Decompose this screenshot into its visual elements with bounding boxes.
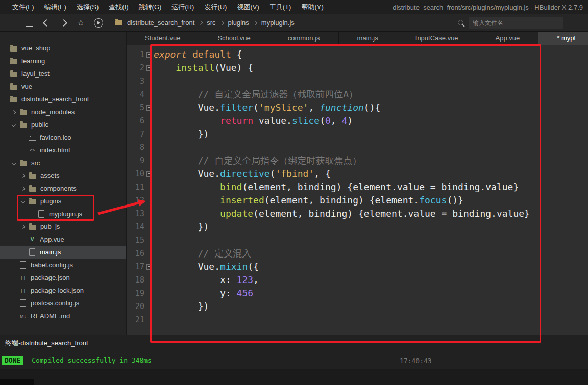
code-line: 11 bind(element, binding) {element.value… xyxy=(127,181,588,194)
tree-item-babel.config.js[interactable]: babel.config.js xyxy=(0,259,126,271)
toolbar: distribute_search_frontsrcpluginsmyplugi… xyxy=(0,14,588,32)
back-button[interactable] xyxy=(38,14,55,31)
folder-icon xyxy=(28,224,37,230)
tree-item-index.html[interactable]: <>index.html xyxy=(0,144,126,157)
save-button[interactable] xyxy=(20,14,38,31)
star-button[interactable] xyxy=(72,14,90,31)
menu-item-0[interactable]: 文件(F) xyxy=(7,0,39,14)
line-number: 6 xyxy=(127,114,144,127)
tree-item-assets[interactable]: assets xyxy=(0,169,126,182)
line-number: 1 xyxy=(127,48,144,61)
breadcrumb-item-0[interactable]: distribute_search_front xyxy=(127,19,194,27)
tree-item-plugins[interactable]: plugins xyxy=(0,195,126,208)
line-number: 3 xyxy=(127,74,144,88)
chevron-right-icon xyxy=(253,20,257,24)
fold-toggle-icon[interactable] xyxy=(146,52,152,58)
json-icon: [ ] xyxy=(18,275,28,280)
menu-item-7[interactable]: 视图(V) xyxy=(232,0,264,14)
chevron-down-icon[interactable] xyxy=(21,199,25,203)
tab-mypl[interactable]: * mypl xyxy=(538,32,588,45)
code-line: 16 // 定义混入 xyxy=(127,247,588,260)
console-message: Compiled successfully in 348ms xyxy=(32,356,152,364)
status-badge: DONE xyxy=(2,356,23,365)
tree-item-node_modules[interactable]: node_modules xyxy=(0,106,126,118)
chevron-right-icon[interactable] xyxy=(21,186,25,190)
tree-item-components[interactable]: components xyxy=(0,182,126,195)
menu-item-2[interactable]: 选择(S) xyxy=(71,0,104,14)
tab-bar: Student.vueSchool.vuecommon.jsmain.jsInp… xyxy=(127,32,588,45)
menu-item-9[interactable]: 帮助(Y) xyxy=(296,0,328,14)
chevron-down-icon[interactable] xyxy=(12,161,16,165)
menu-item-3[interactable]: 查找(I) xyxy=(104,0,133,14)
chevron-right-icon[interactable] xyxy=(21,173,25,177)
tree-item-layui_test[interactable]: layui_test xyxy=(0,67,126,80)
breadcrumb-item-3[interactable]: myplugin.js xyxy=(261,19,295,27)
menu-item-4[interactable]: 跳转(G) xyxy=(134,0,167,14)
js-icon xyxy=(37,210,46,218)
folder-icon xyxy=(19,109,28,115)
code-line: 12 inserted(element, binding) {element.f… xyxy=(127,194,588,207)
js-icon xyxy=(18,261,28,269)
breadcrumb-item-2[interactable]: plugins xyxy=(228,19,249,27)
file-search xyxy=(458,17,564,29)
new-file-button[interactable] xyxy=(3,14,20,31)
forward-button[interactable] xyxy=(55,14,72,31)
star-icon xyxy=(77,18,85,28)
code-line: 20 }) xyxy=(127,300,588,313)
code-line: 13 update(element, binding) {element.val… xyxy=(127,207,588,220)
tree-item-favicon.ico[interactable]: favicon.ico xyxy=(0,131,126,144)
menu-item-8[interactable]: 工具(T) xyxy=(264,0,297,14)
fold-toggle-icon[interactable] xyxy=(146,264,152,270)
tab-main.js[interactable]: main.js xyxy=(339,32,397,45)
tree-item-vue_shop[interactable]: vue_shop xyxy=(0,42,126,55)
tree-item-README.md[interactable]: M↓README.md xyxy=(0,310,126,322)
tab-App.vue[interactable]: App.vue xyxy=(477,32,539,45)
tree-item-App.vue[interactable]: VApp.vue xyxy=(0,233,126,246)
line-number: 19 xyxy=(127,287,144,300)
tree-item-src[interactable]: src xyxy=(0,157,126,169)
tree-item-main.js[interactable]: main.js xyxy=(0,246,126,259)
tab-School.vue[interactable]: School.vue xyxy=(199,32,269,45)
fold-toggle-icon[interactable] xyxy=(146,171,152,177)
line-number: 20 xyxy=(127,300,144,313)
editor[interactable]: 1export default {2 install(Vue) {34 // 自… xyxy=(127,45,588,335)
menu-bar: 文件(F)编辑(E)选择(S)查找(I)跳转(G)运行(R)发行(U)视图(V)… xyxy=(0,0,588,14)
tree-item-myplugin.js[interactable]: myplugin.js xyxy=(0,208,126,220)
run-button[interactable] xyxy=(90,14,107,31)
tree-item-pub_js[interactable]: pub_js xyxy=(0,220,126,233)
breadcrumb-item-1[interactable]: src xyxy=(207,19,215,27)
line-number: 10 xyxy=(127,167,144,181)
line-number: 5 xyxy=(127,101,144,114)
tab-Student.vue[interactable]: Student.vue xyxy=(127,32,199,45)
tab-InputCase.vue[interactable]: InputCase.vue xyxy=(397,32,477,45)
tree-item-learning[interactable]: learning xyxy=(0,55,126,67)
chevron-right-icon[interactable] xyxy=(21,224,25,228)
tree-item-vue[interactable]: vue xyxy=(0,80,126,93)
chevron-down-icon[interactable] xyxy=(12,122,16,126)
tree-item-package-lock.json[interactable]: [ ]package-lock.json xyxy=(0,284,126,297)
json-icon: [ ] xyxy=(18,288,28,293)
search-icon xyxy=(458,20,463,25)
new-file-icon xyxy=(9,19,15,27)
menu-item-1[interactable]: 编辑(E) xyxy=(39,0,71,14)
tree-item-distribute_search_front[interactable]: distribute_search_front xyxy=(0,93,126,106)
line-number: 8 xyxy=(127,141,144,154)
code-line: 7 }) xyxy=(127,127,588,141)
folder-icon xyxy=(28,173,37,179)
tree-item-package.json[interactable]: [ ]package.json xyxy=(0,271,126,284)
tree-item-postcss.config.js[interactable]: postcss.config.js xyxy=(0,297,126,310)
tree-item-public[interactable]: public xyxy=(0,118,126,131)
tab-common.js[interactable]: common.js xyxy=(270,32,339,45)
breadcrumb: distribute_search_frontsrcpluginsmyplugi… xyxy=(115,19,295,27)
back-icon xyxy=(43,19,50,26)
code-line: 14 }) xyxy=(127,220,588,234)
file-search-input[interactable] xyxy=(469,17,564,29)
fold-toggle-icon[interactable] xyxy=(146,65,152,71)
menu-item-6[interactable]: 发行(U) xyxy=(199,0,232,14)
fold-toggle-icon[interactable] xyxy=(146,105,152,111)
folder-icon xyxy=(19,122,28,128)
terminal-tab[interactable]: 终端-distribute_search_front xyxy=(4,339,93,351)
chevron-right-icon[interactable] xyxy=(12,110,16,114)
menu-item-5[interactable]: 运行(R) xyxy=(166,0,199,14)
sidebar: vue_shoplearninglayui_testvuedistribute_… xyxy=(0,32,127,335)
